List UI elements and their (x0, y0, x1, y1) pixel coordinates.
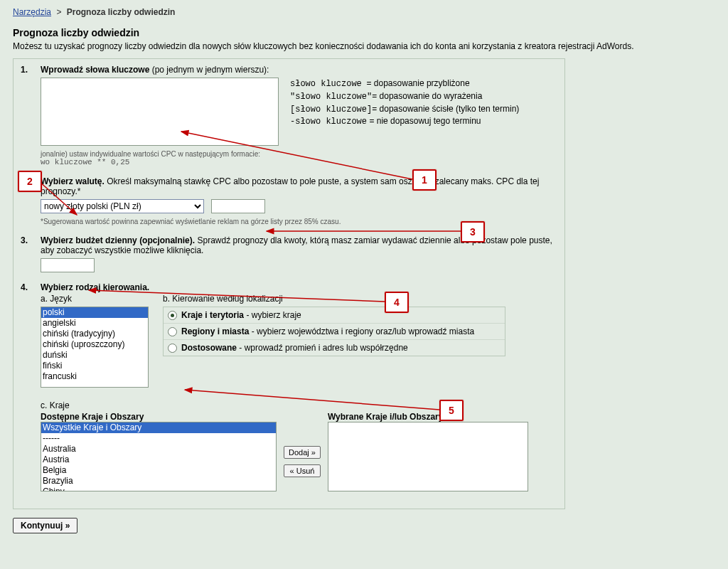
legend-desc-broad: = dopasowanie przybliżone (367, 78, 470, 88)
label-language: a. Język (41, 294, 149, 304)
available-country-option[interactable]: Austria (41, 454, 276, 465)
step-1-title-suffix: (po jednym w jednym wierszu): (149, 65, 269, 75)
language-option[interactable]: chiński (tradycyjny) (41, 329, 148, 339)
step-1: 1. Wprowadź słowa kluczowe (po jednym w … (21, 65, 557, 166)
step-1-note-example: wo kluczowe ** 0,25 (41, 158, 557, 166)
legend-code-phrase: "słowo kluczowe" (290, 92, 372, 102)
step-1-note: jonalnie) ustaw indywidualne wartości CP… (41, 150, 557, 158)
radio-icon (168, 327, 177, 336)
step-3-title: Wybierz budżet dzienny (opcjonalnie). (41, 235, 195, 245)
legend-desc-exact: = dopasowanie ścisłe (tylko ten termin) (372, 104, 519, 114)
available-country-option[interactable]: Wszystkie Kraje i Obszary (41, 422, 276, 433)
daily-budget-input[interactable] (41, 258, 95, 272)
step-2-title: Wybierz walutę. (41, 176, 105, 186)
legend-desc-neg: = nie dopasowuj tego terminu (369, 116, 481, 126)
step-2: 2. Wybierz walutę. Określ maksymalną sta… (21, 176, 557, 225)
available-countries-title: Dostępne Kraje i Obszary (41, 412, 277, 422)
label-location-targeting: b. Kierowanie według lokalizacji (163, 294, 505, 304)
keywords-textarea[interactable] (41, 78, 279, 146)
continue-button[interactable]: Kontynuuj » (13, 518, 77, 533)
breadcrumb-current: Prognoza liczby odwiedzin (67, 7, 176, 17)
language-option[interactable]: duński (41, 350, 148, 361)
step-1-number: 1. (21, 65, 38, 75)
radio-icon (168, 344, 177, 353)
max-cpc-input[interactable] (211, 199, 265, 213)
radio-countries-desc: - wybierz kraje (244, 310, 301, 320)
language-option[interactable]: fiński (41, 361, 148, 371)
add-country-button[interactable]: Dodaj » (284, 446, 321, 459)
remove-country-button[interactable]: « Usuń (284, 464, 321, 477)
available-country-option[interactable]: Belgia (41, 465, 276, 476)
radio-custom-desc: - wprowadź promień i adres lub współrzęd… (237, 343, 408, 353)
currency-select[interactable]: nowy złoty polski (PLN zł) (41, 199, 204, 213)
radio-custom[interactable]: Dostosowane - wprowadź promień i adres l… (164, 339, 505, 356)
page-subtitle: Możesz tu uzyskać prognozy liczby odwied… (13, 41, 715, 51)
legend-code-neg: -słowo kluczowe (290, 117, 367, 127)
legend-code-exact: [słowo kluczowe] (290, 105, 372, 115)
step-3: 3. Wybierz budżet dzienny (opcjonalnie).… (21, 235, 557, 272)
radio-regions[interactable]: Regiony i miasta - wybierz województwa i… (164, 323, 505, 339)
breadcrumb: Narzędzia > Prognoza liczby odwiedzin (13, 7, 715, 17)
selected-countries-listbox[interactable] (328, 422, 528, 491)
radio-countries-title: Kraje i terytoria (181, 310, 244, 320)
language-option[interactable]: polski (41, 307, 148, 318)
breadcrumb-separator: > (56, 7, 61, 17)
step-4: 4. Wybierz rodzaj kierowania. a. Język p… (21, 282, 557, 491)
selected-countries-title: Wybrane Kraje i/lub Obszary (328, 412, 528, 422)
available-country-option[interactable]: Australia (41, 444, 276, 454)
keyword-legend: słowo kluczowe = dopasowanie przybliżone… (290, 78, 519, 128)
radio-icon (168, 311, 177, 320)
breadcrumb-root-link[interactable]: Narzędzia (13, 7, 51, 17)
available-country-option[interactable]: Brazylia (41, 476, 276, 486)
language-listbox[interactable]: polskiangielskichiński (tradycyjny)chińs… (41, 307, 149, 388)
step-3-number: 3. (21, 235, 38, 245)
step-2-desc: Określ maksymalną stawkę CPC albo pozost… (41, 176, 539, 196)
language-option[interactable]: chiński (uproszczony) (41, 339, 148, 350)
radio-regions-desc: - wybierz województwa i regiony oraz/lub… (249, 326, 474, 336)
radio-custom-title: Dostosowane (181, 343, 237, 353)
available-country-option[interactable]: ------ (41, 433, 276, 444)
radio-countries[interactable]: Kraje i terytoria - wybierz kraje (164, 307, 505, 323)
step-2-footnote: *Sugerowana wartość powinna zapewniać wy… (41, 218, 557, 225)
legend-code-broad: słowo kluczowe (290, 79, 362, 89)
language-option[interactable]: angielski (41, 318, 148, 329)
available-countries-listbox[interactable]: Wszystkie Kraje i Obszary------Australia… (41, 422, 277, 491)
step-1-title: Wprowadź słowa kluczowe (41, 65, 149, 75)
available-country-option[interactable]: Chiny (41, 486, 276, 491)
language-option[interactable]: francuski (41, 371, 148, 382)
form-container: 1. Wprowadź słowa kluczowe (po jednym w … (13, 58, 565, 509)
legend-desc-phrase: = dopasowanie do wyrażenia (372, 91, 482, 101)
label-countries: c. Kraje (41, 400, 557, 410)
radio-regions-title: Regiony i miasta (181, 326, 249, 336)
location-radio-group: Kraje i terytoria - wybierz kraje Region… (163, 307, 505, 356)
step-4-number: 4. (21, 282, 38, 292)
page-title: Prognoza liczby odwiedzin (13, 27, 715, 38)
step-4-title: Wybierz rodzaj kierowania. (41, 282, 149, 292)
step-2-number: 2. (21, 176, 38, 186)
